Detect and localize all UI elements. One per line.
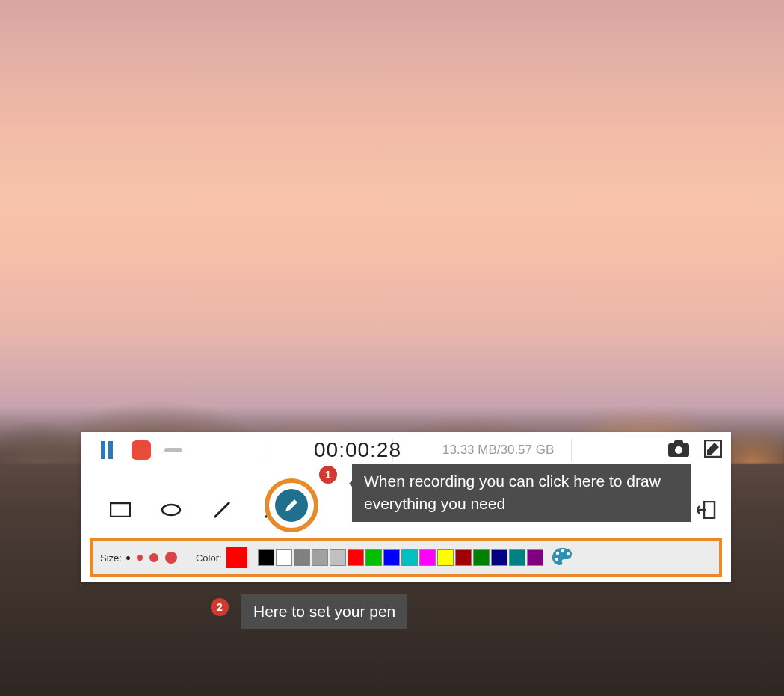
color-swatch[interactable] (276, 549, 292, 566)
color-swatch[interactable] (473, 549, 490, 566)
divider (268, 439, 268, 461)
line-tool[interactable] (209, 497, 235, 523)
size-picker (126, 552, 177, 564)
annotation-tip-1: When recording you can click here to dra… (352, 464, 691, 522)
color-swatch[interactable] (401, 549, 418, 566)
size-sm[interactable] (137, 555, 143, 561)
color-swatch[interactable] (509, 549, 525, 566)
size-xs[interactable] (126, 556, 130, 560)
svg-rect-2 (132, 440, 151, 460)
svg-line-9 (214, 502, 229, 517)
ellipse-tool[interactable] (158, 497, 184, 523)
color-swatches (258, 549, 543, 566)
svg-point-21 (555, 552, 558, 555)
svg-point-23 (566, 552, 569, 555)
storage-usage: 13.33 MB/30.57 GB (442, 443, 554, 458)
stop-button[interactable] (129, 440, 154, 460)
color-swatch[interactable] (348, 549, 364, 566)
color-swatch[interactable] (365, 549, 382, 566)
pen-tool-highlight (265, 478, 318, 532)
pause-button[interactable] (94, 441, 120, 459)
annotation-badge-1: 1 (319, 466, 337, 484)
color-swatch[interactable] (330, 549, 346, 566)
color-swatch[interactable] (312, 549, 328, 566)
svg-point-22 (561, 549, 564, 552)
divider (571, 439, 572, 461)
recording-timer: 00:00:28 (314, 438, 401, 462)
minimize-button[interactable] (164, 448, 182, 452)
recorder-controls-row: 00:00:28 13.33 MB/30.57 GB (81, 432, 731, 468)
camera-button[interactable] (668, 440, 689, 460)
color-swatch[interactable] (419, 549, 436, 566)
color-swatch[interactable] (491, 549, 507, 566)
svg-rect-4 (674, 440, 683, 445)
color-swatch[interactable] (294, 549, 310, 566)
svg-point-8 (162, 505, 180, 515)
pen-tool[interactable] (275, 489, 308, 522)
size-lg[interactable] (165, 552, 177, 564)
svg-point-5 (675, 446, 682, 454)
color-swatch[interactable] (383, 549, 400, 566)
exit-tool[interactable] (694, 497, 719, 523)
color-swatch[interactable] (258, 549, 274, 566)
color-label: Color: (196, 552, 222, 564)
color-swatch[interactable] (437, 549, 454, 566)
size-md[interactable] (149, 553, 158, 562)
color-swatch[interactable] (527, 549, 543, 566)
annotation-badge-2: 2 (211, 598, 229, 616)
svg-rect-7 (111, 503, 130, 517)
svg-rect-1 (108, 441, 113, 459)
svg-point-24 (555, 558, 558, 561)
svg-rect-0 (101, 441, 105, 459)
edit-button[interactable] (704, 440, 722, 461)
palette-icon[interactable] (551, 546, 573, 569)
current-color-swatch[interactable] (226, 547, 247, 568)
divider (188, 547, 188, 568)
color-swatch[interactable] (455, 549, 472, 566)
rectangle-tool[interactable] (108, 497, 133, 523)
size-label: Size: (100, 552, 122, 564)
svg-rect-20 (704, 502, 714, 518)
annotation-tip-2: Here to set your pen (241, 594, 407, 629)
pen-options-bar: Size: Color: (90, 538, 722, 577)
